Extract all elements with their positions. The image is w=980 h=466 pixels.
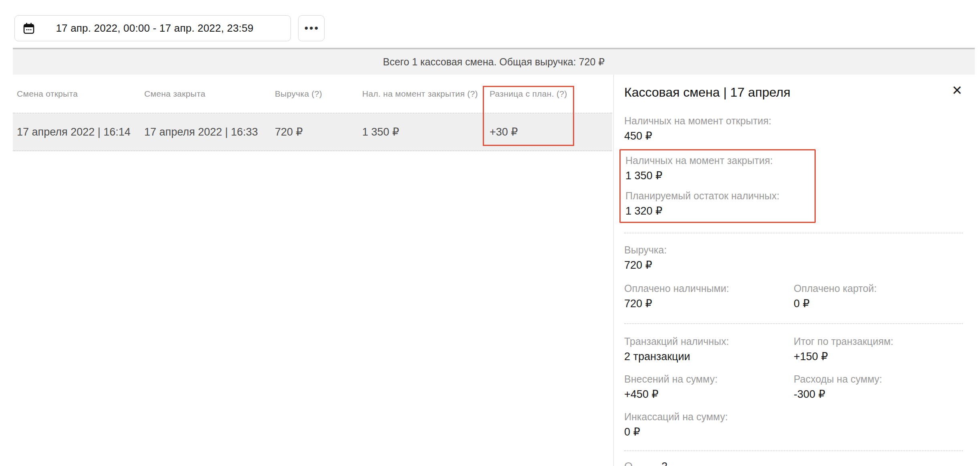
col-header-diff-with-plan[interactable]: Разница с план. (?) xyxy=(490,89,612,99)
field-value: 1 350 ₽ xyxy=(625,169,810,182)
more-options-button[interactable]: ••• xyxy=(298,15,325,41)
cell-shift-opened: 17 апреля 2022 | 16:14 xyxy=(17,126,144,138)
table-row[interactable]: 17 апреля 2022 | 16:14 17 апреля 2022 | … xyxy=(13,113,612,151)
close-button[interactable]: × xyxy=(951,83,963,97)
field-value: 450 ₽ xyxy=(624,129,963,143)
field-value: +450 ₽ xyxy=(624,387,794,401)
date-range-value: 17 апр. 2022, 00:00 - 17 апр. 2022, 23:5… xyxy=(40,22,282,34)
calendar-icon xyxy=(23,22,35,34)
field-value: 720 ₽ xyxy=(624,297,794,310)
field-value: 0 ₽ xyxy=(794,297,963,310)
field-label: Итог по транзакциям: xyxy=(794,335,963,347)
field-paid-cash: Оплачено наличными: 720 ₽ xyxy=(624,282,794,310)
clipped-text-fragment: О xyxy=(624,460,633,466)
field-label: Планируемый остаток наличных: xyxy=(625,190,810,202)
field-value: -300 ₽ xyxy=(794,387,963,401)
cell-diff-with-plan: +30 ₽ xyxy=(490,126,612,138)
field-value: 1 320 ₽ xyxy=(625,204,810,218)
cell-cash-at-close: 1 350 ₽ xyxy=(362,126,490,138)
field-value: 0 ₽ xyxy=(624,425,963,439)
section-divider xyxy=(624,450,963,451)
field-label: Транзакций наличных: xyxy=(624,335,794,347)
ellipsis-icon: ••• xyxy=(303,23,319,34)
field-transactions-total: Итог по транзакциям: +150 ₽ xyxy=(794,335,963,363)
field-cash-transactions: Транзакций наличных: 2 транзакции xyxy=(624,335,794,363)
field-label: Инкассаций на сумму: xyxy=(624,411,963,423)
row-deposits-expenses: Внесений на сумму: +450 ₽ Расходы на сум… xyxy=(624,373,963,401)
panel-title: Кассовая смена | 17 апреля xyxy=(624,84,951,100)
summary-bar: Всего 1 кассовая смена. Общая выручка: 7… xyxy=(13,48,975,75)
field-label: Внесений на сумму: xyxy=(624,373,794,385)
row-transactions: Транзакций наличных: 2 транзакции Итог п… xyxy=(624,335,963,363)
field-label: Расходы на сумму: xyxy=(794,373,963,385)
col-header-revenue[interactable]: Выручка (?) xyxy=(275,89,362,99)
field-value: 2 транзакции xyxy=(624,350,794,363)
section-divider xyxy=(624,323,963,324)
summary-text: Всего 1 кассовая смена. Общая выручка: 7… xyxy=(383,56,605,68)
field-label: Оплачено наличными: xyxy=(624,282,794,294)
field-label: Оплачено картой: xyxy=(794,282,963,294)
close-icon: × xyxy=(952,81,962,99)
section-divider xyxy=(624,233,963,233)
field-cash-at-close: Наличных на момент закрытия: 1 350 ₽ xyxy=(625,154,810,182)
clipped-text-fragment: 2 xyxy=(661,460,667,466)
shift-details-panel: Кассовая смена | 17 апреля × Наличных на… xyxy=(613,75,975,466)
shifts-table: Смена открыта Смена закрыта Выручка (?) … xyxy=(13,75,612,151)
field-deposits: Внесений на сумму: +450 ₽ xyxy=(624,373,794,401)
col-header-shift-closed[interactable]: Смена закрыта xyxy=(144,89,275,99)
field-collections: Инкассаций на сумму: 0 ₽ xyxy=(624,411,963,439)
cash-shifts-screen: 17 апр. 2022, 00:00 - 17 апр. 2022, 23:5… xyxy=(0,0,980,466)
toolbar: 17 апр. 2022, 00:00 - 17 апр. 2022, 23:5… xyxy=(14,15,325,41)
cell-shift-closed: 17 апреля 2022 | 16:33 xyxy=(144,126,275,138)
field-label: Наличных на момент закрытия: xyxy=(625,154,810,166)
row-paid: Оплачено наличными: 720 ₽ Оплачено карто… xyxy=(624,282,963,310)
field-label: Выручка: xyxy=(624,244,963,256)
cell-revenue: 720 ₽ xyxy=(275,126,362,138)
col-header-cash-at-close[interactable]: Нал. на момент закрытия (?) xyxy=(362,89,490,99)
field-paid-card: Оплачено картой: 0 ₽ xyxy=(794,282,963,310)
field-planned-cash-balance: Планируемый остаток наличных: 1 320 ₽ xyxy=(625,190,810,218)
field-expenses: Расходы на сумму: -300 ₽ xyxy=(794,373,963,401)
clipped-bottom-row: О 2 xyxy=(624,460,633,466)
date-range-picker[interactable]: 17 апр. 2022, 00:00 - 17 апр. 2022, 23:5… xyxy=(14,15,291,41)
panel-header: Кассовая смена | 17 апреля × xyxy=(624,84,963,100)
field-value: +150 ₽ xyxy=(794,350,963,363)
field-value: 720 ₽ xyxy=(624,258,963,272)
field-cash-at-open: Наличных на момент открытия: 450 ₽ xyxy=(624,115,963,143)
table-header-row: Смена открыта Смена закрыта Выручка (?) … xyxy=(13,75,612,113)
field-revenue: Выручка: 720 ₽ xyxy=(624,244,963,272)
col-header-shift-opened[interactable]: Смена открыта xyxy=(17,89,144,99)
field-label: Наличных на момент открытия: xyxy=(624,115,963,127)
highlight-box-cash-close-planned: Наличных на момент закрытия: 1 350 ₽ Пла… xyxy=(619,149,816,223)
